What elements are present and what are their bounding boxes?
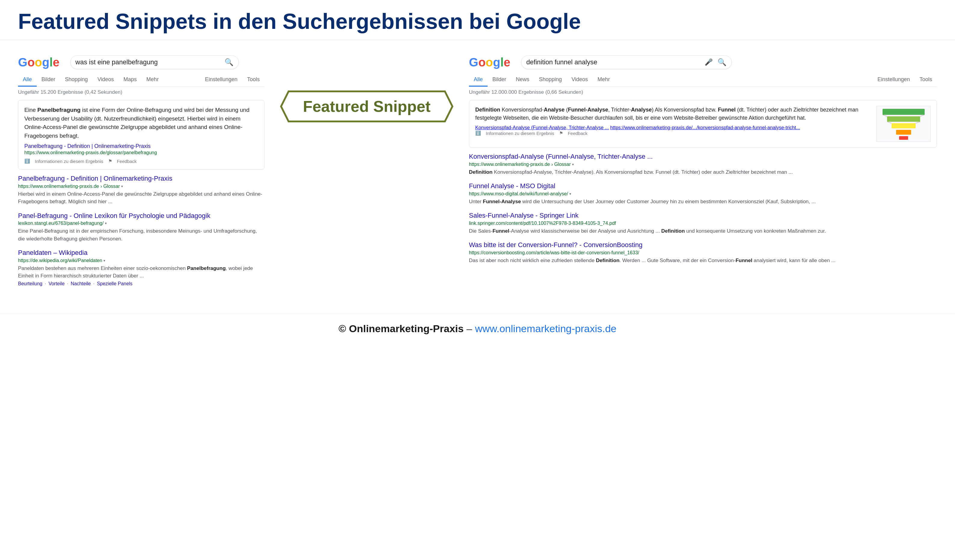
svg-line-8 — [887, 122, 892, 123]
tab-alle-left[interactable]: Alle — [18, 74, 37, 86]
info-icon-left: ℹ️ — [24, 158, 30, 164]
right-result-4-url: https://conversionboosting.com/article/w… — [469, 250, 937, 255]
left-result-1-desc: Hierbei wird in einem Online-Access-Pane… — [18, 190, 265, 206]
feedback-icon-left: ⚑ — [108, 158, 112, 164]
left-featured-snippet-text: Eine Panelbefragung ist eine Form der On… — [24, 106, 258, 140]
main-content: Google 🔍 Alle Bilder Shopping Videos Map… — [0, 40, 955, 308]
left-result-3-desc: Paneldaten bestehen aus mehreren Einheit… — [18, 264, 265, 280]
tab-tools-left[interactable]: Tools — [242, 74, 265, 86]
tab-videos-right[interactable]: Videos — [567, 74, 593, 86]
sublink-nachteile[interactable]: Nachteile — [70, 281, 91, 286]
left-result-1-link[interactable]: Panelbefragung - Definition | Onlinemark… — [18, 174, 265, 183]
svg-line-7 — [920, 115, 925, 116]
page-header: Featured Snippets in den Suchergebnissen… — [0, 0, 955, 40]
right-result-1-link[interactable]: Konversionspfad-Analyse (Funnel-Analyse,… — [469, 152, 937, 161]
svg-line-9 — [916, 122, 920, 123]
tab-einstellungen-left[interactable]: Einstellungen — [200, 74, 242, 86]
right-featured-snippet-text: Definition Konversionspfad-Analyse (Funn… — [475, 106, 872, 122]
tab-videos-left[interactable]: Videos — [92, 74, 119, 86]
left-result-2: Panel-Befragung - Online Lexikon für Psy… — [18, 212, 265, 243]
right-result-4-desc: Das ist aber noch nicht wirklich eine zu… — [469, 257, 937, 264]
left-result-3-link[interactable]: Paneldaten – Wikipedia — [18, 249, 265, 257]
left-results-count: Ungefähr 15.200 Ergebnisse (0,42 Sekunde… — [18, 89, 265, 95]
dropdown-arrow-2: ▾ — [105, 221, 107, 225]
page-title: Featured Snippets in den Suchergebnissen… — [18, 9, 937, 34]
right-result-3-desc: Die Sales-Funnel-Analyse wird klassische… — [469, 227, 937, 235]
left-result-1-url: https://www.onlinemarketing-praxis.de › … — [18, 184, 265, 189]
right-result-3-link[interactable]: Sales-Funnel-Analyse - Springer Link — [469, 211, 937, 220]
tab-bilder-left[interactable]: Bilder — [37, 74, 60, 86]
left-result-2-desc: Eine Panel-Befragung ist in der empirisc… — [18, 227, 265, 242]
svg-rect-1 — [883, 109, 925, 115]
tab-shopping-left[interactable]: Shopping — [60, 74, 92, 86]
tab-alle-right[interactable]: Alle — [469, 74, 488, 86]
right-search-input[interactable] — [526, 58, 705, 66]
left-result-2-link[interactable]: Panel-Befragung - Online Lexikon für Psy… — [18, 212, 265, 221]
tab-einstellungen-right[interactable]: Einstellungen — [873, 74, 915, 86]
tab-maps-left[interactable]: Maps — [119, 74, 142, 86]
tab-news-right[interactable]: News — [511, 74, 534, 86]
left-result-3-sublinks: Beurteilung · Vorteile · Nachteile · Spe… — [18, 281, 265, 286]
footer-text: © Onlinemarketing-Praxis – www.onlinemar… — [0, 323, 955, 335]
footer-url[interactable]: www.onlinemarketing-praxis.de — [475, 323, 617, 334]
info-icon-right: ℹ️ — [475, 130, 481, 136]
tab-mehr-left[interactable]: Mehr — [142, 74, 164, 86]
right-result-1-url: https://www.onlinemarketing-praxis.de › … — [469, 162, 937, 167]
svg-rect-2 — [887, 116, 920, 122]
right-google-search: Google 🎤 🔍 Alle Bilder News Shopping Vid… — [469, 52, 937, 273]
left-featured-snippet-url[interactable]: https://www.onlinemarketing-praxis.de/gl… — [24, 150, 258, 155]
right-result-2-url: https://www.mso-digital.de/wiki/funnel-a… — [469, 191, 937, 197]
left-search-input[interactable] — [75, 58, 222, 66]
right-featured-snippet-box: Definition Konversionspfad-Analyse (Funn… — [469, 100, 937, 148]
right-nav-tabs: Alle Bilder News Shopping Videos Mehr Ei… — [469, 74, 937, 87]
feedback-icon-right: ⚑ — [559, 130, 563, 136]
right-dropdown-arrow-2: ▾ — [569, 192, 571, 196]
search-icon-right[interactable]: 🔍 — [717, 58, 726, 66]
left-info-text[interactable]: Informationen zu diesem Ergebnis — [35, 159, 103, 164]
tab-bilder-right[interactable]: Bilder — [488, 74, 511, 86]
left-result-3: Paneldaten – Wikipedia https://de.wikipe… — [18, 249, 265, 286]
right-featured-snippet-link[interactable]: Konversionspfad-Analyse (Funnel-Analyse,… — [475, 125, 609, 130]
tab-shopping-right[interactable]: Shopping — [534, 74, 567, 86]
right-result-4-link[interactable]: Was bitte ist der Conversion-Funnel? - C… — [469, 241, 937, 249]
svg-rect-5 — [899, 136, 908, 140]
sublink-beurteilung[interactable]: Beurteilung — [18, 281, 42, 286]
left-featured-snippet-box: Eine Panelbefragung ist eine Form der On… — [18, 100, 265, 169]
google-logo-right: Google — [469, 56, 510, 69]
left-google-search: Google 🔍 Alle Bilder Shopping Videos Map… — [18, 52, 265, 296]
dropdown-arrow-1: ▾ — [121, 184, 123, 188]
right-result-4: Was bitte ist der Conversion-Funnel? - C… — [469, 241, 937, 264]
featured-snippet-badge-text: Featured Snippet — [303, 97, 431, 116]
right-result-2-link[interactable]: Funnel Analyse - MSO Digital — [469, 182, 937, 191]
right-result-1: Konversionspfad-Analyse (Funnel-Analyse,… — [469, 152, 937, 176]
left-nav-tabs: Alle Bilder Shopping Videos Maps Mehr Ei… — [18, 74, 265, 87]
left-feedback-text[interactable]: Feedback — [117, 159, 137, 164]
search-icon-left[interactable]: 🔍 — [225, 58, 233, 66]
right-featured-snippet-url[interactable]: https://www.onlinemarketing-praxis.de/..… — [610, 125, 800, 130]
right-feedback-text[interactable]: Feedback — [568, 131, 588, 136]
google-logo-left: Google — [18, 56, 59, 69]
page-footer: © Onlinemarketing-Praxis – www.onlinemar… — [0, 313, 955, 347]
left-search-panel: Google 🔍 Alle Bilder Shopping Videos Map… — [18, 52, 265, 296]
center-panel: Featured Snippet — [265, 52, 469, 124]
sublink-vorteile[interactable]: Vorteile — [49, 281, 64, 286]
dropdown-arrow-3: ▾ — [103, 258, 105, 263]
featured-snippet-badge: Featured Snippet — [280, 88, 454, 124]
right-search-bar[interactable]: 🎤 🔍 — [521, 55, 732, 69]
footer-copyright: © Onlinemarketing-Praxis — [338, 323, 463, 334]
svg-rect-4 — [896, 130, 911, 135]
right-results-count: Ungefähr 12.000.000 Ergebnisse (0,66 Sek… — [469, 89, 937, 95]
left-result-1: Panelbefragung - Definition | Onlinemark… — [18, 174, 265, 206]
mic-icon-right[interactable]: 🎤 — [705, 58, 713, 66]
left-search-bar[interactable]: 🔍 — [70, 55, 239, 69]
right-search-panel: Google 🎤 🔍 Alle Bilder News Shopping Vid… — [469, 52, 937, 273]
svg-rect-3 — [892, 123, 916, 128]
tab-mehr-right[interactable]: Mehr — [593, 74, 615, 86]
right-featured-text: Definition Konversionspfad-Analyse (Funn… — [475, 106, 872, 142]
svg-line-6 — [883, 115, 887, 116]
left-featured-snippet-link[interactable]: Panelbefragung - Definition | Onlinemark… — [24, 143, 258, 149]
tab-tools-right[interactable]: Tools — [915, 74, 937, 86]
sublink-spezielle[interactable]: Spezielle Panels — [97, 281, 132, 286]
right-info-text[interactable]: Informationen zu diesem Ergebnis — [486, 131, 554, 136]
right-result-1-desc: Definition Konversionspfad-Analyse, Tric… — [469, 168, 937, 176]
